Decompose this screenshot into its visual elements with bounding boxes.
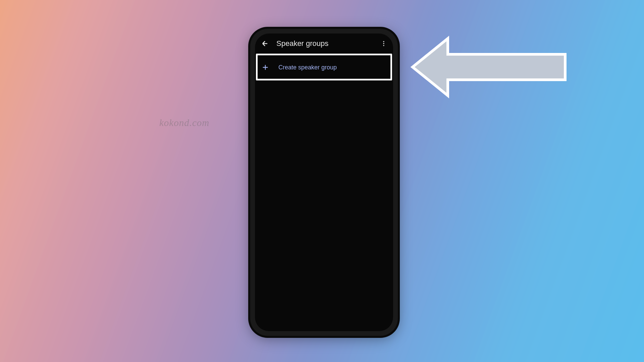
- app-bar: Speaker groups: [255, 34, 393, 54]
- plus-icon: [262, 64, 269, 71]
- phone-screen: Speaker groups Create speaker group: [255, 34, 393, 331]
- arrow-left-icon: [413, 39, 565, 96]
- phone-frame: Speaker groups Create speaker group: [250, 29, 398, 336]
- tutorial-arrow: [408, 34, 569, 101]
- svg-point-2: [383, 45, 384, 46]
- svg-point-1: [383, 43, 384, 44]
- page-title: Speaker groups: [276, 39, 373, 48]
- overflow-menu-button[interactable]: [380, 40, 387, 47]
- watermark-text: kokond.com: [159, 117, 209, 128]
- svg-point-0: [383, 41, 384, 42]
- more-vert-icon: [380, 40, 387, 47]
- create-speaker-group-label: Create speaker group: [278, 64, 337, 71]
- arrow-left-icon: [261, 40, 269, 48]
- back-button[interactable]: [261, 40, 269, 48]
- create-speaker-group-button[interactable]: Create speaker group: [255, 56, 393, 79]
